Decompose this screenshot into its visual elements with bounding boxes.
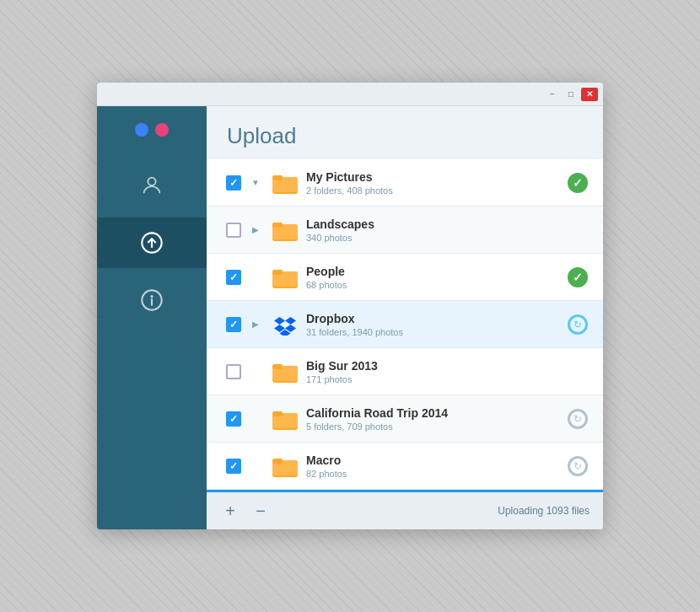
table-row: ▶ People 68 photos ✓ — [207, 254, 603, 301]
svg-rect-17 — [272, 364, 283, 369]
table-row: ▶ Landscapes 340 photos — [207, 207, 603, 254]
file-name: Landscapes — [306, 217, 566, 231]
file-info-macro: Macro 82 photos — [306, 454, 566, 479]
sync-icon: ↻ — [568, 409, 588, 429]
checkbox-icon[interactable] — [226, 270, 241, 285]
table-row: ▶ Macro 82 photos ↻ — [207, 443, 603, 490]
file-name: Big Sur 2013 — [306, 359, 566, 373]
svg-rect-14 — [272, 270, 283, 275]
svg-rect-20 — [272, 411, 283, 416]
checkbox-icon[interactable] — [226, 317, 241, 332]
folder-icon — [271, 454, 299, 478]
file-meta: 171 photos — [306, 374, 566, 384]
sync-icon: ↻ — [568, 314, 588, 335]
file-name: Dropbox — [306, 312, 566, 325]
table-row: ▶ Dropbox — [207, 301, 603, 348]
content-area: Upload ▼ — [207, 106, 603, 529]
status-icon-california: ↻ — [566, 407, 590, 431]
folder-svg — [272, 172, 298, 194]
file-meta: 5 folders, 709 photos — [306, 421, 566, 432]
close-button[interactable]: ✕ — [581, 88, 598, 101]
file-info-landscapes: Landscapes 340 photos — [306, 217, 566, 243]
file-meta: 68 photos — [306, 280, 566, 290]
file-info-big-sur: Big Sur 2013 171 photos — [306, 359, 566, 384]
content-header: Upload — [207, 106, 603, 159]
expand-arrow-dropbox[interactable]: ▶ — [247, 319, 264, 329]
remove-button[interactable]: − — [250, 501, 271, 521]
no-status-icon — [568, 362, 588, 382]
checkbox-big-sur[interactable] — [220, 364, 247, 379]
svg-rect-11 — [272, 223, 283, 228]
file-name: California Road Trip 2014 — [306, 406, 566, 420]
profile-icon — [140, 174, 164, 197]
file-info-california: California Road Trip 2014 5 folders, 709… — [306, 406, 566, 432]
logo — [135, 123, 169, 137]
sidebar — [97, 106, 207, 529]
status-icon-people: ✓ — [566, 266, 590, 289]
svg-rect-8 — [272, 175, 283, 180]
file-meta: 82 photos — [306, 469, 566, 479]
check-icon: ✓ — [568, 267, 588, 287]
file-list: ▼ My Pictures 2 folders, 408 photos ✓ — [207, 159, 603, 490]
folder-icon — [271, 218, 299, 242]
folder-svg — [272, 361, 298, 383]
sidebar-item-info[interactable] — [97, 275, 207, 325]
file-info-my-pictures: My Pictures 2 folders, 408 photos — [306, 170, 566, 196]
file-name: Macro — [306, 454, 566, 467]
checkbox-icon[interactable] — [226, 223, 241, 238]
dropbox-logo — [274, 314, 296, 336]
status-icon-big-sur — [566, 360, 590, 384]
expand-arrow-my-pictures[interactable]: ▼ — [247, 178, 264, 187]
sidebar-item-profile[interactable] — [97, 160, 207, 211]
title-bar: − □ ✕ — [97, 83, 603, 106]
folder-svg — [272, 455, 298, 477]
expand-arrow-landscapes[interactable]: ▶ — [247, 225, 264, 234]
minimize-button[interactable]: − — [544, 88, 561, 101]
logo-dot-pink — [155, 123, 169, 137]
folder-icon — [271, 266, 299, 289]
folder-svg — [272, 266, 298, 288]
file-meta: 340 photos — [306, 233, 566, 243]
checkbox-my-pictures[interactable] — [220, 175, 247, 191]
logo-dot-blue — [135, 123, 148, 137]
checkbox-icon[interactable] — [226, 411, 241, 427]
check-icon: ✓ — [568, 173, 588, 193]
maximize-button[interactable]: □ — [563, 88, 579, 101]
sync-icon: ↻ — [568, 456, 588, 476]
file-meta: 2 folders, 408 photos — [306, 185, 566, 196]
folder-icon — [271, 360, 299, 384]
folder-icon — [271, 171, 299, 195]
file-meta: 31 folders, 1940 photos — [306, 327, 566, 337]
app-window: − □ ✕ — [97, 83, 603, 529]
table-row: ▶ California Road Trip 2014 5 folders, 7… — [207, 395, 603, 443]
dropbox-icon — [272, 314, 298, 336]
sidebar-item-upload[interactable] — [97, 217, 207, 268]
checkbox-icon[interactable] — [226, 364, 241, 379]
checkbox-california[interactable] — [220, 411, 247, 427]
bottom-bar: + − Uploading 1093 files — [207, 490, 603, 529]
status-icon-my-pictures: ✓ — [566, 171, 590, 195]
info-icon — [140, 288, 164, 312]
add-button[interactable]: + — [220, 501, 240, 521]
upload-status: Uploading 1093 files — [498, 505, 590, 517]
main-layout: Upload ▼ — [97, 106, 603, 529]
svg-point-0 — [148, 178, 155, 185]
status-icon-dropbox: ↻ — [566, 313, 590, 336]
folder-svg — [272, 219, 298, 241]
status-icon-macro: ↻ — [566, 454, 590, 478]
checkbox-macro[interactable] — [220, 459, 247, 474]
bottom-actions: + − — [220, 501, 271, 521]
checkbox-icon[interactable] — [226, 459, 241, 474]
checkbox-people[interactable] — [220, 270, 247, 285]
file-info-dropbox: Dropbox 31 folders, 1940 photos — [306, 312, 566, 337]
checkbox-icon[interactable] — [226, 175, 241, 191]
file-info-people: People 68 photos — [306, 265, 566, 290]
upload-icon — [140, 231, 164, 255]
status-icon-landscapes — [566, 218, 590, 242]
checkbox-landscapes[interactable] — [220, 223, 247, 238]
folder-svg — [272, 408, 298, 430]
table-row: ▶ Big Sur 2013 171 photos — [207, 348, 603, 395]
file-name: People — [306, 265, 566, 278]
page-title: Upload — [227, 123, 583, 149]
checkbox-dropbox[interactable] — [220, 317, 247, 332]
